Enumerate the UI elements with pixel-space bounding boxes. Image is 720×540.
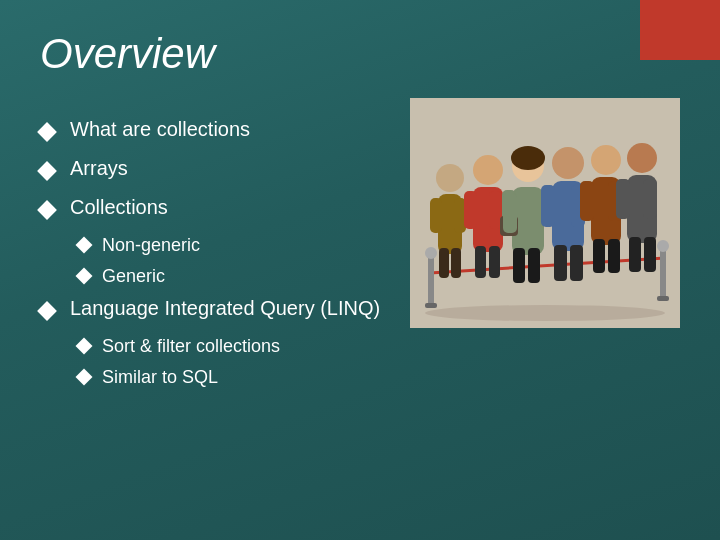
sub-bullet-sort-filter: Sort & filter collections bbox=[78, 336, 390, 357]
sub-bullet-label-sort-filter: Sort & filter collections bbox=[102, 336, 280, 357]
svg-rect-14 bbox=[451, 248, 461, 278]
svg-point-41 bbox=[627, 143, 657, 173]
slide-title: Overview bbox=[40, 30, 680, 78]
bullet-label-what-are-collections: What are collections bbox=[70, 118, 250, 141]
svg-rect-40 bbox=[608, 239, 620, 273]
svg-rect-39 bbox=[593, 239, 605, 273]
bullet-icon-3 bbox=[40, 199, 58, 217]
bullet-collections: Collections bbox=[40, 196, 390, 219]
svg-rect-27 bbox=[513, 248, 525, 283]
sub-bullet-label-non-generic: Non-generic bbox=[102, 235, 200, 256]
svg-rect-46 bbox=[644, 237, 656, 272]
sub-bullet-icon-sort-filter bbox=[76, 338, 93, 355]
svg-rect-28 bbox=[528, 248, 540, 283]
svg-rect-8 bbox=[657, 296, 669, 301]
sub-bullet-label-generic: Generic bbox=[102, 266, 165, 287]
bullet-icon-1 bbox=[40, 121, 58, 139]
svg-rect-34 bbox=[570, 245, 583, 281]
sub-bullet-icon-non-generic bbox=[76, 237, 93, 254]
svg-rect-33 bbox=[554, 245, 567, 281]
bullet-label-linq: Language Integrated Query (LINQ) bbox=[70, 297, 380, 320]
svg-point-1 bbox=[425, 305, 665, 321]
svg-rect-6 bbox=[660, 246, 666, 301]
svg-point-22 bbox=[511, 146, 545, 170]
queue-image bbox=[410, 98, 680, 328]
bullet-what-are-collections: What are collections bbox=[40, 118, 390, 141]
svg-rect-19 bbox=[475, 246, 486, 278]
svg-rect-17 bbox=[464, 191, 477, 229]
svg-rect-26 bbox=[503, 193, 517, 233]
sub-bullet-icon-similar-sql bbox=[76, 369, 93, 386]
bullet-label-arrays: Arrays bbox=[70, 157, 128, 180]
svg-point-4 bbox=[425, 247, 437, 259]
bullet-linq: Language Integrated Query (LINQ) bbox=[40, 297, 390, 320]
queue-svg bbox=[410, 98, 680, 328]
sub-bullet-generic: Generic bbox=[78, 266, 390, 287]
sub-bullet-non-generic: Non-generic bbox=[78, 235, 390, 256]
bullet-list: What are collections Arrays Collections … bbox=[40, 108, 390, 398]
svg-point-29 bbox=[552, 147, 584, 179]
svg-rect-5 bbox=[425, 303, 437, 308]
bullet-icon-2 bbox=[40, 160, 58, 178]
svg-rect-11 bbox=[430, 198, 442, 233]
svg-rect-43 bbox=[616, 179, 630, 219]
bullet-icon-4 bbox=[40, 300, 58, 318]
red-accent-decoration bbox=[640, 0, 720, 60]
sub-bullet-similar-sql: Similar to SQL bbox=[78, 367, 390, 388]
svg-rect-37 bbox=[580, 181, 594, 221]
svg-rect-44 bbox=[643, 179, 657, 219]
svg-point-7 bbox=[657, 240, 669, 252]
svg-point-35 bbox=[591, 145, 621, 175]
svg-rect-45 bbox=[629, 237, 641, 272]
sub-bullet-label-similar-sql: Similar to SQL bbox=[102, 367, 218, 388]
svg-point-15 bbox=[473, 155, 503, 185]
slide: Overview What are collections Arrays bbox=[0, 0, 720, 540]
sub-bullet-icon-generic bbox=[76, 268, 93, 285]
svg-rect-13 bbox=[439, 248, 449, 278]
svg-rect-31 bbox=[541, 185, 555, 227]
svg-point-9 bbox=[436, 164, 464, 192]
svg-rect-3 bbox=[428, 253, 434, 308]
bullet-label-collections: Collections bbox=[70, 196, 168, 219]
content-area: What are collections Arrays Collections … bbox=[40, 108, 680, 398]
bullet-arrays: Arrays bbox=[40, 157, 390, 180]
svg-rect-20 bbox=[489, 246, 500, 278]
